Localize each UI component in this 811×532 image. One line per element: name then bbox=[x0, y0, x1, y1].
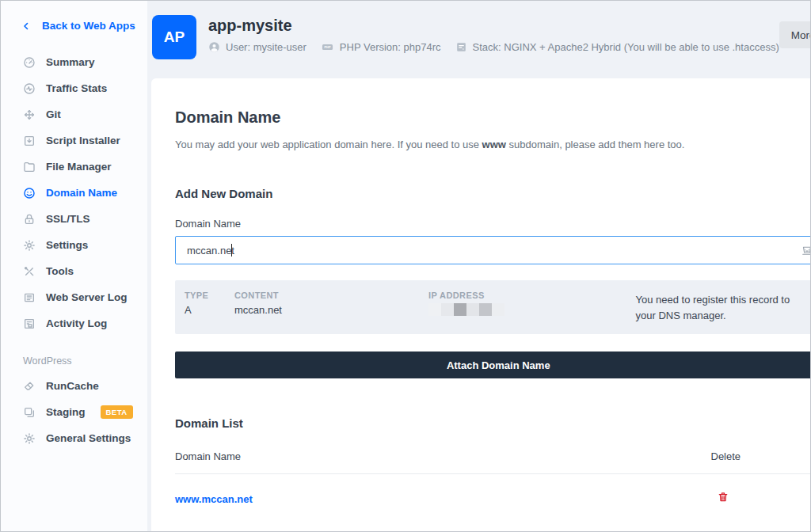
gear-icon bbox=[23, 432, 36, 445]
dns-note: You need to register this record to your… bbox=[636, 292, 811, 324]
domain-smiley-icon bbox=[23, 187, 36, 200]
sidebar-item-runcache[interactable]: RunCache bbox=[1, 373, 147, 399]
text-caret bbox=[231, 244, 232, 256]
beta-badge: BETA bbox=[101, 405, 133, 419]
meta-php-version: PHP PHP Version: php74rc bbox=[321, 41, 441, 53]
sidebar-item-git[interactable]: Git bbox=[1, 101, 147, 127]
sidebar-item-summary[interactable]: Summary bbox=[1, 49, 147, 75]
app-header: AP app-mysite User: mysite-user PHP PHP … bbox=[147, 1, 811, 78]
attach-domain-button[interactable]: Attach Domain Name bbox=[175, 352, 811, 378]
more-button[interactable]: More bbox=[779, 21, 811, 48]
sidebar-item-settings[interactable]: Settings bbox=[1, 232, 147, 258]
main-area: AP app-mysite User: mysite-user PHP PHP … bbox=[147, 1, 811, 531]
dns-type-column: TYPE A bbox=[185, 291, 234, 316]
sidebar-item-ssl-tls[interactable]: SSL/TLS bbox=[1, 206, 147, 232]
back-to-web-apps-link[interactable]: Back to Web Apps bbox=[1, 20, 147, 32]
sidebar-item-traffic-stats[interactable]: Traffic Stats bbox=[1, 75, 147, 101]
svg-text:PHP: PHP bbox=[324, 45, 330, 49]
dns-type-value: A bbox=[185, 304, 234, 316]
app-meta-row: User: mysite-user PHP PHP Version: php74… bbox=[208, 41, 779, 53]
sidebar-section-wordpress: WordPress bbox=[23, 355, 147, 367]
lock-icon bbox=[23, 213, 36, 226]
tools-icon bbox=[23, 265, 36, 278]
sidebar-item-file-manager[interactable]: File Manager bbox=[1, 154, 147, 180]
dns-content-column: CONTENT mccan.net bbox=[234, 291, 428, 316]
app-window: Back to Web Apps Summary Traffic Stats G… bbox=[0, 0, 811, 532]
column-delete: Delete bbox=[711, 450, 811, 462]
sidebar-nav: Summary Traffic Stats Git Script Install… bbox=[1, 49, 147, 336]
back-link-label: Back to Web Apps bbox=[42, 20, 135, 32]
folder-icon bbox=[23, 161, 36, 173]
column-domain-name: Domain Name bbox=[175, 450, 711, 462]
app-title: app-mysite bbox=[208, 17, 779, 35]
gauge-icon bbox=[23, 56, 36, 69]
add-new-domain-title: Add New Domain bbox=[175, 187, 811, 200]
sidebar-item-domain-name[interactable]: Domain Name bbox=[1, 180, 147, 206]
app-avatar: AP bbox=[152, 15, 196, 59]
domain-link[interactable]: www.mccan.net bbox=[175, 493, 253, 505]
sidebar-item-activity-log[interactable]: Activity Log bbox=[1, 310, 147, 336]
domain-list-title: Domain List bbox=[175, 416, 811, 430]
page-description: You may add your web application domain … bbox=[175, 139, 811, 150]
staging-icon bbox=[23, 406, 36, 419]
ip-redacted-value bbox=[428, 303, 636, 316]
delete-domain-button[interactable] bbox=[718, 491, 729, 503]
domain-list-row: www.mccan.net bbox=[175, 491, 811, 506]
eraser-icon bbox=[23, 380, 36, 393]
domain-name-input-wrap bbox=[175, 236, 811, 264]
dns-content-value: mccan.net bbox=[234, 304, 428, 316]
page-title: Domain Name bbox=[175, 108, 811, 127]
server-log-icon bbox=[23, 291, 36, 304]
trash-icon bbox=[718, 491, 729, 503]
traffic-stats-icon bbox=[23, 82, 36, 95]
sidebar: Back to Web Apps Summary Traffic Stats G… bbox=[1, 1, 147, 531]
php-badge-icon: PHP bbox=[321, 41, 334, 53]
dns-ip-column: IP ADDRESS bbox=[428, 291, 636, 316]
activity-log-icon bbox=[23, 317, 36, 330]
script-installer-icon bbox=[23, 135, 36, 147]
chevron-left-icon bbox=[21, 21, 31, 31]
git-icon bbox=[23, 108, 36, 121]
sidebar-item-staging[interactable]: Staging BETA bbox=[1, 399, 147, 425]
sidebar-item-general-settings[interactable]: General Settings bbox=[1, 425, 147, 451]
extension-icon[interactable] bbox=[800, 243, 811, 257]
gear-icon bbox=[23, 239, 36, 252]
sidebar-item-tools[interactable]: Tools bbox=[1, 258, 147, 284]
sidebar-item-web-server-log[interactable]: Web Server Log bbox=[1, 284, 147, 310]
domain-list-header: Domain Name Delete bbox=[175, 450, 811, 474]
content-panel: Domain Name You may add your web applica… bbox=[151, 78, 811, 531]
user-icon bbox=[208, 41, 220, 53]
domain-name-input[interactable] bbox=[175, 236, 811, 264]
meta-user: User: mysite-user bbox=[208, 41, 307, 53]
sidebar-wordpress-nav: RunCache Staging BETA General Settings bbox=[1, 373, 147, 451]
dns-record-box: TYPE A CONTENT mccan.net IP ADDRESS You … bbox=[175, 280, 811, 334]
sidebar-item-script-installer[interactable]: Script Installer bbox=[1, 127, 147, 154]
meta-stack: Stack: NGINX + Apache2 Hybrid (You will … bbox=[455, 41, 779, 53]
stack-icon bbox=[455, 41, 467, 53]
domain-name-field-label: Domain Name bbox=[175, 218, 811, 230]
